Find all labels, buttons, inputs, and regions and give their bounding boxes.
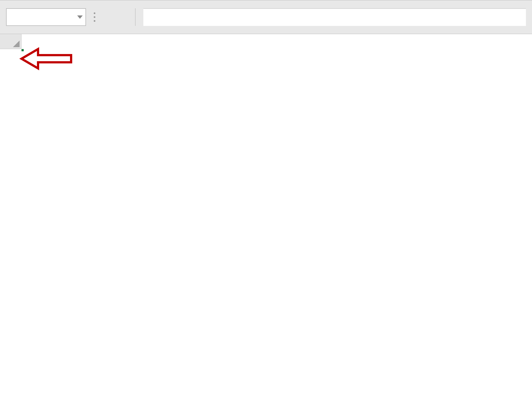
divider	[135, 8, 136, 26]
formula-bar	[0, 0, 532, 34]
name-box-dropdown-icon[interactable]	[77, 15, 83, 19]
name-box[interactable]	[6, 8, 86, 26]
formula-bar-grip	[94, 12, 95, 22]
column-headers	[0, 34, 532, 49]
spreadsheet	[0, 34, 532, 49]
formula-input[interactable]	[148, 9, 526, 26]
formula-input-wrap[interactable]	[143, 8, 526, 26]
callout-arrow-icon	[22, 49, 71, 68]
excel-window	[0, 0, 532, 400]
select-all-button[interactable]	[0, 34, 22, 49]
